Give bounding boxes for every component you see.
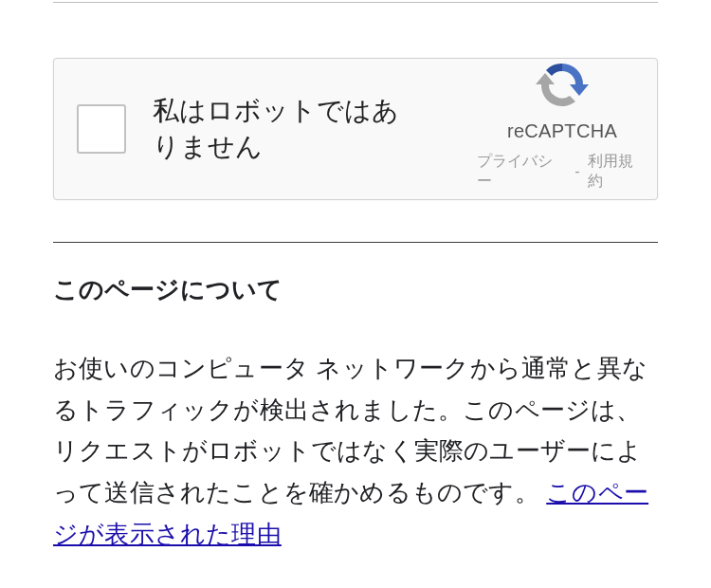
- about-page-heading: このページについて: [53, 273, 658, 306]
- section-divider: [53, 242, 658, 243]
- recaptcha-logo-icon: [534, 58, 591, 115]
- legal-separator: -: [574, 163, 579, 180]
- privacy-link[interactable]: プライバシー: [477, 152, 567, 192]
- recaptcha-legal: プライバシー - 利用規約: [477, 152, 647, 192]
- recaptcha-checkbox-label: 私はロボットではありません: [153, 93, 418, 165]
- recaptcha-right: reCAPTCHA プライバシー - 利用規約: [477, 59, 657, 199]
- recaptcha-left: 私はロボットではありません: [54, 59, 477, 199]
- top-divider: [53, 2, 658, 3]
- recaptcha-brand-label: reCAPTCHA: [507, 120, 617, 142]
- recaptcha-widget: 私はロボットではありません reCAPTCHA プライバシー: [53, 58, 658, 200]
- terms-link[interactable]: 利用規約: [588, 152, 647, 192]
- about-page-body: お使いのコンピュータ ネットワークから通常と異なるトラフィックが検出されました。…: [53, 348, 658, 555]
- recaptcha-checkbox[interactable]: [77, 104, 126, 154]
- recaptcha-logo-wrap: reCAPTCHA: [507, 58, 617, 142]
